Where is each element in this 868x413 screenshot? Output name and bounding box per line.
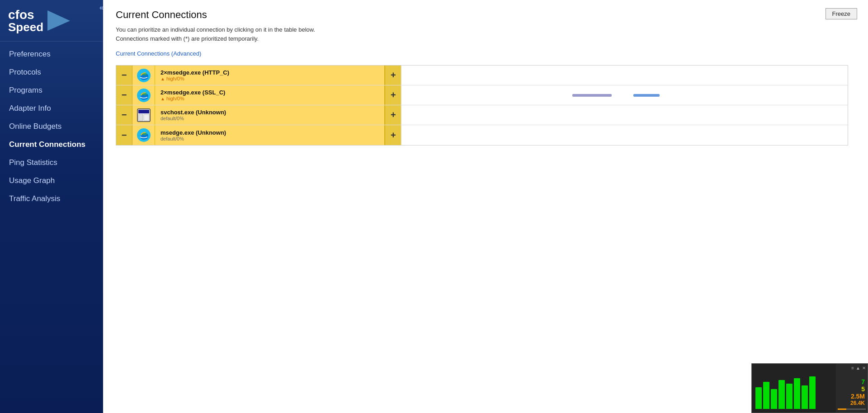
widget-bottom-fill — [838, 408, 846, 410]
table-row: − svchost.exe (Unknown) default/0% — [116, 105, 848, 125]
widget-bar — [763, 382, 769, 409]
app-info: 2×msedge.exe (HTTP_C) ▲ high/0% — [155, 66, 385, 85]
sidebar-item-online-budgets[interactable]: Online Budgets — [0, 117, 103, 136]
app-icon-cell — [132, 125, 155, 145]
app-priority: ▲ high/0% — [160, 76, 379, 81]
svchost-icon — [137, 108, 151, 122]
widget-num2: 5 — [837, 385, 865, 393]
app-icon-cell — [132, 66, 155, 85]
description: You can prioritize an individual connect… — [116, 25, 855, 43]
decrease-priority-button[interactable]: − — [116, 105, 132, 125]
bar-segment — [572, 94, 612, 97]
app-name: 2×msedge.exe (HTTP_C) — [160, 69, 379, 76]
nav-menu: Preferences Protocols Programs Adapter I… — [0, 42, 103, 208]
logo-area: cfos Speed — [0, 0, 103, 42]
widget-bar — [771, 389, 777, 409]
logo-arrow-icon — [45, 8, 72, 33]
widget-stats: ≡ ▲ ✕ 7 5 2.5M 26.4K — [836, 364, 868, 413]
sidebar-item-current-connections[interactable]: Current Connections — [0, 136, 103, 154]
table-row: − 2×msedge.exe (HTTP_C) ▲ high — [116, 66, 848, 85]
sidebar-item-traffic-analysis[interactable]: Traffic Analysis — [0, 190, 103, 208]
widget-close-button[interactable]: ✕ — [862, 366, 866, 371]
app-name: 2×msedge.exe (SSL_C) — [160, 89, 379, 96]
logo-cfos: cfos — [8, 8, 34, 22]
logo-speed: Speed — [8, 21, 43, 33]
increase-priority-button[interactable]: + — [385, 66, 401, 85]
app-info: svchost.exe (Unknown) default/0% — [155, 105, 385, 125]
sidebar-item-protocols[interactable]: Protocols — [0, 63, 103, 81]
widget-bar — [802, 385, 808, 409]
widget-stat2: 26.4K — [837, 400, 865, 406]
freeze-button[interactable]: Freeze — [826, 8, 857, 19]
priority-arrow-icon: ▲ — [160, 96, 165, 101]
widget-bar — [794, 378, 800, 409]
app-info: 2×msedge.exe (SSL_C) ▲ high/0% — [155, 85, 385, 105]
priority-arrow-icon: ▲ — [160, 76, 165, 81]
increase-priority-button[interactable]: + — [385, 85, 401, 105]
decrease-priority-button[interactable]: − — [116, 66, 132, 85]
widget-menu-button[interactable]: ≡ — [851, 366, 854, 371]
svg-rect-6 — [138, 110, 149, 113]
app-priority: ▲ high/0% — [160, 96, 379, 101]
page-title: Current Connections — [116, 9, 855, 21]
sidebar-item-programs[interactable]: Programs — [0, 81, 103, 99]
logo-text: cfos Speed — [8, 9, 43, 33]
msedge-icon — [137, 68, 151, 83]
svg-marker-0 — [47, 10, 70, 31]
traffic-bar — [406, 74, 843, 77]
msedge-icon — [137, 128, 151, 142]
table-row: − 2×msedge.exe (SSL_C) ▲ high/0% — [116, 85, 848, 105]
main-content: Freeze Current Connections You can prior… — [103, 0, 868, 413]
svg-rect-8 — [144, 114, 149, 121]
decrease-priority-button[interactable]: − — [116, 125, 132, 145]
widget-stat1: 2.5M — [837, 393, 865, 400]
app-priority: default/0% — [160, 116, 379, 121]
sidebar-item-usage-graph[interactable]: Usage Graph — [0, 172, 103, 190]
app-priority: default/0% — [160, 136, 379, 141]
traffic-bar-cell — [401, 66, 848, 85]
sidebar-item-ping-statistics[interactable]: Ping Statistics — [0, 154, 103, 172]
app-info: msedge.exe (Unknown) default/0% — [155, 125, 385, 145]
description-line2: Connections marked with (*) are prioriti… — [116, 34, 855, 43]
table-row: − msedge.exe (Unknown) default/0% — [116, 125, 848, 145]
widget-bar — [755, 387, 762, 409]
widget-bar — [786, 384, 793, 409]
widget-bar — [778, 380, 785, 409]
sidebar-item-preferences[interactable]: Preferences — [0, 45, 103, 63]
description-line1: You can prioritize an individual connect… — [116, 25, 855, 34]
traffic-bar — [406, 94, 843, 97]
traffic-bar — [406, 134, 843, 136]
widget-graph — [752, 364, 836, 413]
sidebar: cfos Speed « Preferences Protocols Progr… — [0, 0, 103, 413]
bar-segment — [633, 94, 660, 97]
widget-bar — [809, 376, 816, 409]
traffic-bar-cell — [401, 105, 848, 125]
increase-priority-button[interactable]: + — [385, 105, 401, 125]
app-icon-cell — [132, 85, 155, 105]
svg-rect-7 — [138, 114, 143, 121]
sidebar-item-adapter-info[interactable]: Adapter Info — [0, 99, 103, 117]
widget-expand-button[interactable]: ▲ — [856, 366, 860, 371]
traffic-bar — [406, 114, 843, 117]
mini-widget: ≡ ▲ ✕ 7 5 2.5M 26.4K — [751, 363, 868, 413]
traffic-bar-cell — [401, 125, 848, 145]
increase-priority-button[interactable]: + — [385, 125, 401, 145]
widget-num1: 7 — [837, 378, 865, 385]
connections-table: − 2×msedge.exe (HTTP_C) ▲ high — [116, 65, 848, 145]
widget-bottom-bar — [838, 408, 866, 410]
app-name: svchost.exe (Unknown) — [160, 109, 379, 116]
msedge-icon — [137, 88, 151, 103]
content-area: Freeze Current Connections You can prior… — [103, 0, 868, 413]
widget-controls: ≡ ▲ ✕ — [851, 366, 866, 371]
advanced-link[interactable]: Current Connections (Advanced) — [116, 50, 201, 57]
app-icon-cell — [132, 105, 155, 125]
app-name: msedge.exe (Unknown) — [160, 129, 379, 136]
decrease-priority-button[interactable]: − — [116, 85, 132, 105]
traffic-bar-cell — [401, 85, 848, 105]
